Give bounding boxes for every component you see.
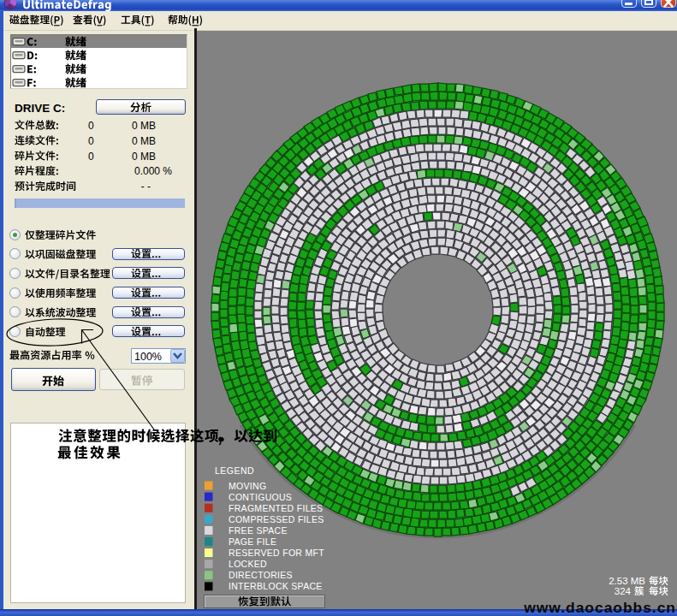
svg-text:0: 0 <box>88 151 94 163</box>
svg-text:0: 0 <box>88 135 94 147</box>
svg-text:0 MB: 0 MB <box>132 151 156 163</box>
svg-text:LEGEND: LEGEND <box>215 465 254 476</box>
svg-text:RESERVED FOR MFT: RESERVED FOR MFT <box>229 548 324 558</box>
svg-text:2.53 MB: 2.53 MB <box>609 576 645 586</box>
svg-text:0 MB: 0 MB <box>132 120 156 132</box>
svg-text:FREE SPACE: FREE SPACE <box>229 525 288 536</box>
svg-text:MOVING: MOVING <box>229 481 266 491</box>
svg-text:324: 324 <box>615 586 632 596</box>
svg-text:DRIVE C:: DRIVE C: <box>15 102 65 115</box>
svg-text:0 MB: 0 MB <box>132 135 156 147</box>
svg-text:FRAGMENTED FILES: FRAGMENTED FILES <box>229 503 323 513</box>
svg-text:CONTIGUOUS: CONTIGUOUS <box>229 492 292 502</box>
svg-text:LOCKED: LOCKED <box>229 559 267 569</box>
svg-text:- -: - - <box>141 181 151 192</box>
svg-text:100%: 100% <box>134 351 162 363</box>
svg-text:COMPRESSED FILES: COMPRESSED FILES <box>229 514 324 524</box>
svg-text:DIRECTORIES: DIRECTORIES <box>229 570 293 580</box>
svg-text:INTERBLOCK SPACE: INTERBLOCK SPACE <box>229 581 323 591</box>
svg-text:PAGE FILE: PAGE FILE <box>229 536 276 547</box>
svg-text:www.daocaobbs.cn: www.daocaobbs.cn <box>523 599 676 616</box>
svg-text:0.000 %: 0.000 % <box>134 165 172 177</box>
svg-text:0: 0 <box>88 120 94 132</box>
